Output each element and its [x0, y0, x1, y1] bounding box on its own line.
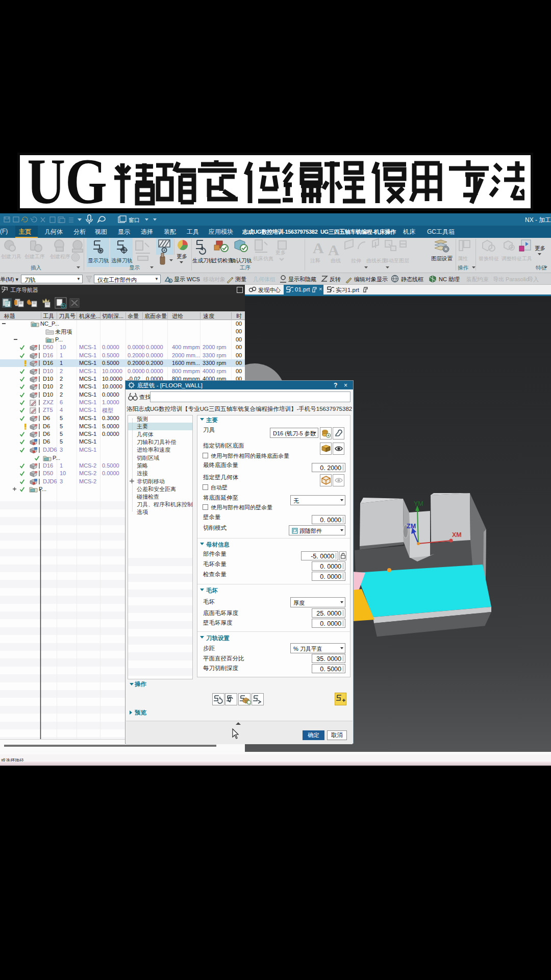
svg-text:调整特征工具: 调整特征工具 [502, 256, 532, 261]
svg-text:工序: 工序 [239, 264, 251, 271]
svg-text:生成刀轨: 生成刀轨 [192, 257, 214, 263]
svg-text:YM: YM [414, 500, 423, 507]
svg-text:创建程序: 创建程序 [50, 254, 70, 259]
svg-text:ZM: ZM [407, 523, 416, 530]
svg-text:更多: 更多 [177, 253, 187, 259]
svg-text:A: A [313, 239, 324, 256]
svg-text:属性: 属性 [458, 256, 468, 261]
svg-text:UG: UG [29, 156, 107, 207]
svg-text:注释: 注释 [310, 258, 320, 263]
svg-text:更多: 更多 [276, 250, 286, 255]
svg-text:机床仿真: 机床仿真 [253, 256, 273, 261]
svg-text:操作: 操作 [458, 264, 469, 271]
svg-text:更多: 更多 [535, 245, 545, 251]
svg-text:曲线: 曲线 [331, 258, 341, 263]
svg-text:选择刀轨: 选择刀轨 [111, 257, 133, 263]
svg-text:确认刀轨: 确认刀轨 [230, 257, 252, 263]
svg-text:替换特征: 替换特征 [479, 256, 499, 261]
svg-text:显示刀轨: 显示刀轨 [88, 257, 109, 263]
svg-text:创建刀具: 创建刀具 [1, 254, 21, 259]
svg-text:A: A [328, 241, 339, 258]
svg-text:图层设置: 图层设置 [431, 255, 453, 261]
svg-text:插入: 插入 [31, 264, 42, 271]
svg-text:XM: XM [452, 531, 462, 538]
svg-text:显示: 显示 [129, 264, 140, 271]
svg-text:NX - 加工: NX - 加工 [525, 216, 551, 224]
svg-text:创建工序: 创建工序 [24, 254, 45, 259]
svg-text:移动至图层: 移动至图层 [384, 258, 409, 263]
svg-text:拉伸: 拉伸 [351, 258, 361, 263]
svg-text:过切检查: 过切检查 [212, 257, 233, 263]
svg-text:窗口: 窗口 [129, 217, 140, 223]
